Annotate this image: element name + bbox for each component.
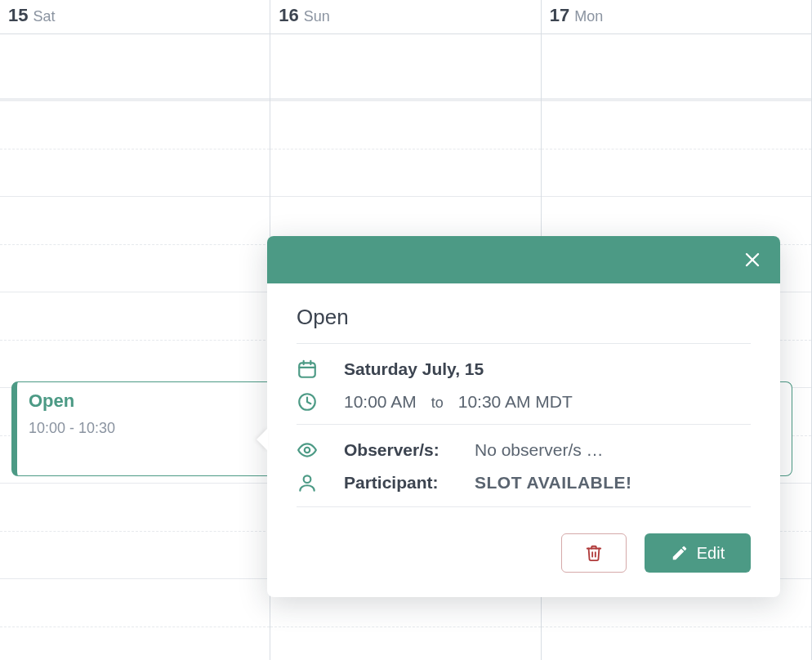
day-header: 16 Sun <box>270 0 540 34</box>
trash-icon <box>585 544 603 562</box>
allday-row[interactable] <box>0 34 270 101</box>
observers-label: Observer/s: <box>344 440 475 460</box>
participant-label: Participant: <box>344 473 475 493</box>
time-end: 10:30 AM MDT <box>458 392 573 412</box>
participant-row: Participant: SLOT AVAILABLE! <box>297 472 751 493</box>
day-number: 16 <box>279 5 298 26</box>
allday-row[interactable] <box>542 34 811 101</box>
person-icon <box>297 472 344 493</box>
svg-rect-2 <box>299 363 315 377</box>
time-to: to <box>431 395 444 412</box>
divider <box>297 506 751 507</box>
popover-arrow <box>257 428 268 451</box>
delete-button[interactable] <box>561 533 627 573</box>
clock-icon <box>297 391 344 412</box>
event-popover: Open Saturday July, 15 10:00 AM to 10:30… <box>267 236 780 597</box>
calendar-icon <box>297 359 344 380</box>
day-header: 15 Sat <box>0 0 270 34</box>
edit-button[interactable]: Edit <box>645 533 751 573</box>
popover-header <box>267 236 780 283</box>
participant-value: SLOT AVAILABLE! <box>475 473 632 493</box>
event-date: Saturday July, 15 <box>344 359 484 379</box>
day-of-week: Sat <box>33 8 55 25</box>
pencil-icon <box>671 544 689 562</box>
day-column-sat[interactable]: 15 Sat <box>0 0 270 660</box>
edit-button-label: Edit <box>697 544 725 563</box>
svg-point-8 <box>304 475 311 483</box>
day-of-week: Sun <box>304 8 330 25</box>
date-row: Saturday July, 15 <box>297 359 751 380</box>
day-header: 17 Mon <box>542 0 811 34</box>
day-number: 17 <box>550 5 569 26</box>
svg-point-7 <box>305 448 310 453</box>
day-of-week: Mon <box>574 8 603 25</box>
observers-row: Observer/s: No observer/s … <box>297 439 751 461</box>
close-icon[interactable] <box>743 250 762 270</box>
time-grid[interactable] <box>0 101 270 660</box>
time-start: 10:00 AM <box>344 392 417 412</box>
eye-icon <box>297 439 344 461</box>
allday-row[interactable] <box>270 34 540 101</box>
popover-footer: Edit <box>267 533 780 597</box>
divider <box>297 343 751 344</box>
day-number: 15 <box>8 5 28 26</box>
observers-value: No observer/s … <box>475 440 604 460</box>
time-row: 10:00 AM to 10:30 AM MDT <box>297 391 751 412</box>
divider <box>297 424 751 425</box>
popover-title: Open <box>297 305 751 330</box>
